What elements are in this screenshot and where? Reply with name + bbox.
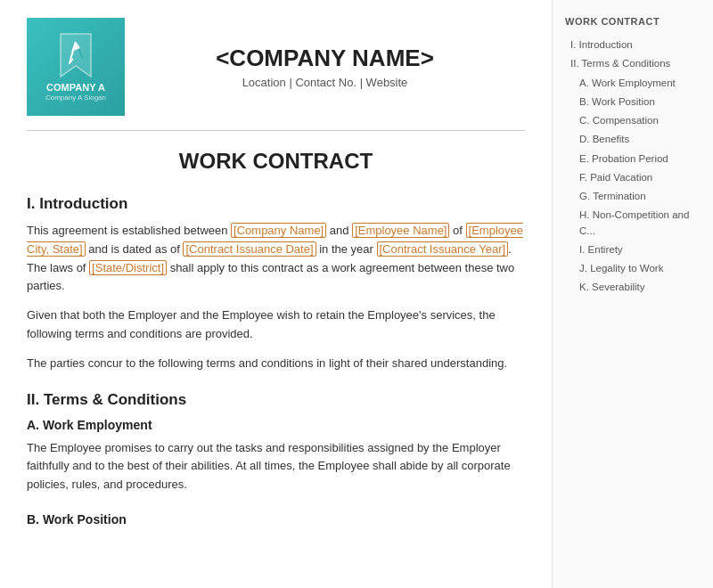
section-terms: II. Terms & Conditions A. Work Employmen… (27, 391, 525, 527)
toc-item[interactable]: H. Non-Competition and C... (565, 206, 701, 241)
document-title: WORK CONTRACT (27, 149, 525, 174)
logo-box: COMPANY A Company A Slogan (27, 18, 125, 116)
toc-item[interactable]: C. Compensation (565, 111, 701, 130)
terms-heading: II. Terms & Conditions (27, 391, 525, 409)
company-info: <COMPANY NAME> Location | Contact No. | … (125, 45, 525, 89)
placeholder-employee-name: [Employee Name] (352, 223, 449, 238)
intro-heading: I. Introduction (27, 195, 525, 213)
placeholder-contract-year: [Contract Issuance Year] (377, 241, 509, 257)
header: COMPANY A Company A Slogan <COMPANY NAME… (27, 18, 525, 131)
company-logo-icon (53, 32, 98, 81)
logo-company-slogan: Company A Slogan (45, 94, 106, 102)
toc-item[interactable]: E. Probation Period (565, 150, 701, 168)
toc-item[interactable]: I. Entirety (565, 241, 701, 259)
intro-paragraph-2: Given that both the Employer and the Emp… (27, 306, 525, 344)
toc-item[interactable]: B. Work Position (565, 93, 701, 111)
section-introduction: I. Introduction This agreement is establ… (27, 195, 525, 373)
work-employment-paragraph: The Employee promises to carry out the t… (27, 439, 525, 494)
intro-paragraph-3: The parties concur to the following term… (27, 355, 525, 373)
toc-item[interactable]: K. Severability (565, 278, 701, 297)
sidebar-toc: WORK CONTRACT I. IntroductionII. Terms &… (553, 0, 713, 588)
toc-item[interactable]: J. Legality to Work (565, 259, 701, 278)
subsection-work-position: B. Work Position (27, 512, 525, 527)
company-details: Location | Contact No. | Website (125, 76, 525, 89)
toc-item[interactable]: I. Introduction (565, 36, 701, 54)
logo-company-name: COMPANY A (46, 81, 105, 94)
sidebar-title: WORK CONTRACT (565, 16, 701, 27)
subsection-work-employment: A. Work Employment The Employee promises… (27, 418, 525, 494)
company-name: <COMPANY NAME> (125, 45, 525, 72)
placeholder-company-name: [Company Name] (231, 223, 326, 238)
placeholder-contract-date: [Contract Issuance Date] (183, 241, 316, 257)
intro-paragraph-1: This agreement is established between [C… (27, 222, 525, 296)
toc-item[interactable]: F. Paid Vacation (565, 168, 701, 187)
toc-list: I. IntroductionII. Terms & ConditionsA. … (565, 36, 701, 298)
main-content: COMPANY A Company A Slogan <COMPANY NAME… (0, 0, 553, 588)
toc-item[interactable]: II. Terms & Conditions (565, 54, 701, 73)
placeholder-state-district: [State/District] (89, 260, 167, 275)
toc-item[interactable]: D. Benefits (565, 130, 701, 149)
work-employment-heading: A. Work Employment (27, 418, 525, 432)
toc-item[interactable]: G. Termination (565, 187, 701, 206)
toc-item[interactable]: A. Work Employment (565, 74, 701, 93)
page-wrapper: COMPANY A Company A Slogan <COMPANY NAME… (0, 0, 713, 588)
work-position-heading: B. Work Position (27, 512, 525, 527)
